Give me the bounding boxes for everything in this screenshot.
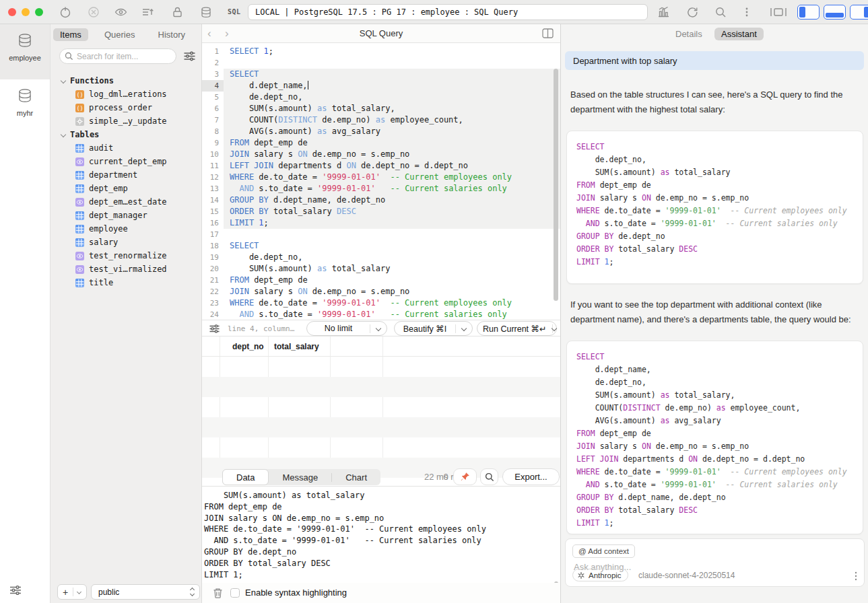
- tab-history[interactable]: History: [152, 28, 192, 41]
- tab-details[interactable]: Details: [669, 28, 709, 40]
- tree-item[interactable]: employee: [51, 222, 201, 236]
- chat-options-icon[interactable]: [855, 571, 857, 581]
- editor-line[interactable]: 11LEFT JOIN departments d ON de.dept_no …: [202, 160, 560, 172]
- commit-changes-icon[interactable]: [141, 6, 154, 18]
- tree-item[interactable]: audit: [51, 141, 201, 155]
- connection-title[interactable]: LOCAL | PostgreSQL 17.5 : PG 17 : employ…: [248, 4, 648, 20]
- tree-item[interactable]: current_dept_emp: [51, 155, 201, 168]
- split-view-icon[interactable]: [542, 28, 554, 38]
- editor-line[interactable]: 18SELECT: [202, 240, 560, 252]
- add-item-button[interactable]: +: [57, 584, 87, 600]
- database-icon[interactable]: [200, 6, 212, 19]
- provider-select[interactable]: Anthropic: [572, 569, 628, 581]
- toggle-left-panel-button[interactable]: [797, 5, 820, 20]
- editor-line[interactable]: 4 d.dept_name,: [202, 80, 560, 92]
- assistant-code-block[interactable]: SELECT d.dept_name, de.dept_no, SUM(s.am…: [566, 341, 863, 534]
- column-header[interactable]: dept_no: [232, 342, 264, 351]
- run-current-button[interactable]: Run Current ⌘↵: [477, 321, 557, 336]
- stop-icon[interactable]: [88, 6, 100, 18]
- editor-line[interactable]: 19 de.dept_no,: [202, 252, 560, 263]
- assistant-code-block[interactable]: SELECT de.dept_no, SUM(s.amount) as tota…: [566, 131, 863, 284]
- toggle-bottom-panel-button[interactable]: [824, 5, 846, 20]
- editor-line[interactable]: 20 SUM(s.amount) as total_salary: [202, 263, 560, 275]
- window-close-button[interactable]: [8, 8, 16, 16]
- model-name[interactable]: claude-sonnet-4-20250514: [638, 571, 735, 580]
- search-icon[interactable]: [714, 6, 727, 18]
- lock-icon[interactable]: [172, 6, 183, 18]
- editor-line[interactable]: 22JOIN salary s ON de.emp_no = s.emp_no: [202, 286, 560, 297]
- editor-line[interactable]: 10JOIN salary s ON de.emp_no = s.emp_no: [202, 149, 560, 160]
- table-row[interactable]: [202, 397, 560, 417]
- tree-item[interactable]: dept_emp: [51, 182, 201, 195]
- trash-icon[interactable]: [213, 588, 223, 598]
- window-zoom-button[interactable]: [35, 8, 43, 16]
- connection-employee[interactable]: employee: [0, 24, 50, 79]
- tab-assistant[interactable]: Assistant: [714, 28, 764, 40]
- editor-line[interactable]: 3SELECT: [202, 69, 560, 80]
- table-row[interactable]: [202, 437, 560, 458]
- editor-line[interactable]: 21FROM dept_emp de: [202, 275, 560, 286]
- add-context-button[interactable]: @ Add context: [572, 544, 635, 558]
- filter-sliders-icon[interactable]: [183, 50, 196, 62]
- editor-line[interactable]: 24 AND s.to_date = '9999-01-01' -- Curre…: [202, 309, 560, 320]
- tree-group-header[interactable]: Tables: [51, 128, 201, 141]
- pin-button[interactable]: [453, 468, 477, 485]
- window-minimize-button[interactable]: [22, 8, 30, 16]
- tree-item[interactable]: ()process_order: [51, 101, 201, 114]
- export-button[interactable]: Export...: [502, 468, 560, 485]
- tree-item[interactable]: title: [51, 276, 201, 289]
- tree-item[interactable]: test_vi…rmalized: [51, 262, 201, 276]
- editor-line[interactable]: 12WHERE de.to_date = '9999-01-01' -- Cur…: [202, 172, 560, 183]
- table-row[interactable]: [202, 377, 560, 397]
- editor-line[interactable]: 6 SUM(s.amount) as total_salary,: [202, 103, 560, 114]
- tree-item[interactable]: dept_manager: [51, 209, 201, 222]
- tree-item[interactable]: salary: [51, 236, 201, 249]
- tree-item[interactable]: test_renormalize: [51, 249, 201, 262]
- editor-line[interactable]: 9FROM dept_emp de: [202, 137, 560, 149]
- tab-items[interactable]: Items: [53, 28, 88, 41]
- tree-item[interactable]: simple_…y_update: [51, 114, 201, 128]
- chart-icon[interactable]: [657, 6, 670, 18]
- connection-status-icon[interactable]: [59, 6, 71, 18]
- editor-scrollbar[interactable]: [554, 69, 558, 301]
- query-log[interactable]: SUM(s.amount) as total_salaryFROM dept_e…: [202, 486, 560, 583]
- editor-line[interactable]: 7 COUNT(DISTINCT de.emp_no) as employee_…: [202, 114, 560, 126]
- tree-item[interactable]: department: [51, 168, 201, 182]
- tab-queries[interactable]: Queries: [98, 28, 142, 41]
- tree-group-header[interactable]: Functions: [51, 74, 201, 87]
- column-header[interactable]: total_salary: [274, 342, 319, 351]
- editor-line[interactable]: 15ORDER BY total_salary DESC: [202, 206, 560, 217]
- session-title[interactable]: Department with top salary: [565, 51, 864, 70]
- schema-select[interactable]: public: [91, 584, 200, 600]
- settings-sliders-icon[interactable]: [9, 584, 22, 596]
- refresh-icon[interactable]: [686, 6, 698, 18]
- editor-line[interactable]: 16LIMIT 1;: [202, 217, 560, 229]
- beautify-button[interactable]: Beautify ⌘I: [394, 321, 473, 336]
- tab-chart[interactable]: Chart: [332, 469, 380, 485]
- preview-eye-icon[interactable]: [114, 6, 127, 18]
- editor-line[interactable]: 2: [202, 57, 560, 69]
- more-options-icon[interactable]: [745, 6, 749, 18]
- editor-tab-title[interactable]: SQL Query: [202, 28, 560, 38]
- syntax-highlighting-checkbox[interactable]: [230, 588, 240, 598]
- toggle-right-panel-button[interactable]: [850, 5, 868, 20]
- results-search-button[interactable]: [480, 468, 498, 485]
- table-row[interactable]: [202, 357, 560, 377]
- editor-line[interactable]: 14GROUP BY d.dept_name, de.dept_no: [202, 194, 560, 206]
- editor-line[interactable]: 5 de.dept_no,: [202, 92, 560, 103]
- sql-editor[interactable]: 1SELECT 1;2 3SELECT4 d.dept_name,5 de.de…: [202, 43, 560, 320]
- tree-item[interactable]: ()log_dml…erations: [51, 87, 201, 101]
- search-input[interactable]: Search for item...: [59, 48, 176, 64]
- limit-select[interactable]: No limit: [306, 321, 387, 336]
- window-layout-icon[interactable]: [770, 6, 787, 18]
- tab-message[interactable]: Message: [269, 469, 331, 485]
- editor-settings-icon[interactable]: [209, 324, 220, 334]
- editor-line[interactable]: 23WHERE de.to_date = '9999-01-01' -- Cur…: [202, 297, 560, 309]
- tree-item[interactable]: dept_em…est_date: [51, 195, 201, 209]
- editor-line[interactable]: 17: [202, 229, 560, 240]
- connection-myhr[interactable]: myhr: [0, 79, 50, 135]
- results-grid[interactable]: dept_no total_salary: [202, 336, 560, 468]
- table-row[interactable]: [202, 417, 560, 437]
- editor-line[interactable]: 13 AND s.to_date = '9999-01-01' -- Curre…: [202, 183, 560, 194]
- tab-data[interactable]: Data: [222, 469, 269, 485]
